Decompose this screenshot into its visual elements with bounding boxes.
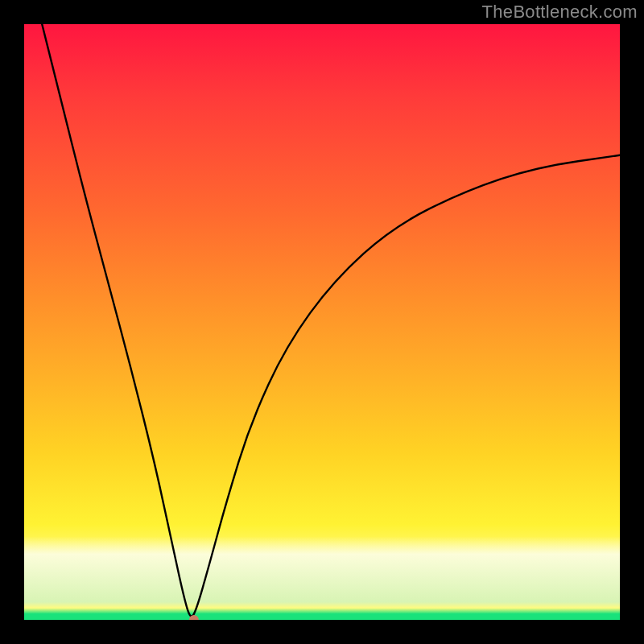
watermark-text: TheBottleneck.com <box>482 2 638 23</box>
chart-frame: TheBottleneck.com <box>0 0 644 644</box>
plot-area <box>24 24 620 620</box>
bottleneck-curve <box>42 24 620 617</box>
curve-layer <box>24 24 620 620</box>
